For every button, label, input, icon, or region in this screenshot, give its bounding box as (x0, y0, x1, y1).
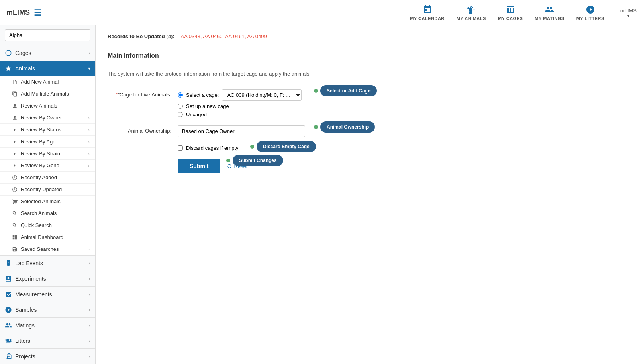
sidebar-saved-searches-label: Saved Searches (21, 246, 59, 252)
cage-label-text: *Cage for Live Animals: (118, 92, 171, 98)
sidebar-matings-label: Matings (15, 322, 35, 329)
brand: mLIMS ☰ (6, 8, 70, 18)
sidebar-cages-label: Cages (15, 50, 31, 56)
nav-my-cages[interactable]: MY CAGES (498, 5, 523, 21)
sidebar-review-by-status-label: Review By Status (21, 127, 61, 133)
submit-button[interactable]: Submit (178, 159, 220, 173)
clock2-icon (12, 187, 18, 192)
sidebar-samples-header[interactable]: Samples ‹ (0, 302, 95, 317)
nav-my-animals[interactable]: MY ANIMALS (457, 5, 486, 21)
sidebar-section-lab-events: Lab Events ‹ (0, 256, 95, 271)
ownership-connector-dot (313, 124, 319, 130)
ownership-input[interactable] (178, 125, 305, 137)
cage-radio-select-input[interactable] (178, 92, 183, 98)
chevron-right-saved-icon: › (88, 247, 90, 252)
sidebar-item-add-new-animal[interactable]: Add New Animal (0, 76, 95, 88)
sidebar-item-recently-added[interactable]: Recently Added (0, 172, 95, 184)
cage-radio-new-input[interactable] (178, 104, 183, 109)
doc-icon (12, 79, 18, 85)
status-icon (12, 127, 18, 133)
sidebar-add-multiple-label: Add Multiple Animals (21, 91, 69, 97)
gene-icon (12, 163, 18, 168)
top-nav: mLIMS ☰ MY CALENDAR MY ANIMALS MY CAGES (0, 0, 643, 25)
nav-mlims-arrow: ▾ (627, 14, 629, 18)
sidebar-item-search-animals[interactable]: Search Animals (0, 207, 95, 219)
chevron-right-gene-icon: › (88, 163, 90, 168)
discard-checkbox[interactable] (178, 145, 183, 151)
clock-icon (12, 175, 18, 180)
sidebar-projects-header[interactable]: Projects ‹ (0, 349, 95, 364)
strain-icon (12, 151, 18, 157)
nav-my-cages-label: MY CAGES (498, 16, 523, 21)
sidebar-item-animal-dashboard[interactable]: Animal Dashboard (0, 231, 95, 243)
sidebar-item-review-by-strain[interactable]: Review By Strain › (0, 148, 95, 160)
nav-my-calendar[interactable]: MY CALENDAR (410, 5, 445, 21)
cages-icon (506, 5, 515, 14)
sidebar-item-quick-search[interactable]: Quick Search (0, 219, 95, 231)
sidebar-projects-label: Projects (15, 353, 35, 360)
lab-events-chevron: ‹ (89, 260, 90, 266)
records-values: AA 0343, AA 0460, AA 0461, AA 0499 (181, 33, 267, 39)
sidebar-selected-animals-label: Selected Animals (21, 198, 61, 204)
ownership-controls: Animal Ownership (178, 125, 305, 137)
cage-radio-new-label: Set up a new cage (186, 103, 229, 109)
animals-icon (467, 5, 476, 14)
search-input[interactable] (5, 29, 90, 41)
sidebar-section-cages: Cages ‹ (0, 45, 95, 61)
sidebar-section-cages-header[interactable]: Cages ‹ (0, 45, 95, 61)
sidebar-section-measurements: Measurements ‹ (0, 287, 95, 302)
person-icon (12, 103, 18, 109)
submit-connector-dot (225, 158, 231, 163)
projects-icon (5, 353, 12, 360)
submit-tooltip-container: Submit Changes (225, 155, 283, 166)
sidebar-section-litters: Litters ‹ (0, 333, 95, 349)
cage-radio-uncaged-input[interactable] (178, 112, 183, 117)
matings-chevron: ‹ (89, 323, 90, 328)
sidebar-item-saved-searches[interactable]: Saved Searches › (0, 243, 95, 255)
samples-icon (5, 306, 12, 313)
sidebar-review-by-owner-label: Review By Owner (21, 115, 62, 121)
cage-tooltip-container: Select or Add Cage (313, 85, 377, 96)
sidebar-item-review-animals[interactable]: Review Animals (0, 100, 95, 112)
sidebar-section-animals: Animals ▾ Add New Animal Add Multiple An… (0, 61, 95, 256)
sidebar-experiments-header[interactable]: Experiments ‹ (0, 271, 95, 286)
quick-search-icon (12, 223, 18, 228)
sidebar-section-animals-header[interactable]: Animals ▾ (0, 61, 95, 76)
dashboard-icon (12, 235, 18, 240)
litters2-icon (5, 337, 12, 344)
sidebar-matings-header[interactable]: Matings ‹ (0, 318, 95, 333)
sidebar-section-matings: Matings ‹ (0, 318, 95, 333)
sidebar-item-review-by-gene[interactable]: Review By Gene › (0, 160, 95, 172)
sidebar-item-recently-updated[interactable]: Recently Updated (0, 184, 95, 196)
sidebar-litters-header[interactable]: Litters ‹ (0, 333, 95, 348)
nav-mlims-dropdown[interactable]: mLIMS ▾ (620, 8, 637, 18)
sidebar-measurements-header[interactable]: Measurements ‹ (0, 287, 95, 302)
nav-my-calendar-label: MY CALENDAR (410, 16, 445, 21)
sidebar-review-by-strain-label: Review By Strain (21, 151, 60, 157)
sidebar-review-by-age-label: Review By Age (21, 139, 55, 145)
sidebar-item-selected-animals[interactable]: Selected Animals (0, 196, 95, 207)
sidebar-lab-events-header[interactable]: Lab Events ‹ (0, 256, 95, 271)
top-nav-items: MY CALENDAR MY ANIMALS MY CAGES MY MATIN… (410, 5, 637, 21)
measurements-chevron: ‹ (89, 292, 90, 297)
sidebar-item-review-by-age[interactable]: Review By Age › (0, 136, 95, 148)
cage-controls: Select a cage: AC 009 (Holding/M: 0, F: … (178, 89, 302, 117)
litters-icon (586, 5, 595, 14)
cage-form-row: **Cage for Live Animals: Select a cage: … (108, 89, 631, 117)
sidebar-measurements-label: Measurements (15, 291, 52, 297)
cage-select-dropdown[interactable]: AC 009 (Holding/M: 0, F: ... (222, 89, 302, 101)
layout: Cages ‹ Animals ▾ Add New Animal A (0, 25, 643, 364)
cart-icon (12, 199, 18, 204)
sidebar-item-add-multiple-animals[interactable]: Add Multiple Animals (0, 88, 95, 100)
cage-tooltip: Select or Add Cage (320, 85, 377, 96)
ownership-form-row: Animal Ownership: Animal Ownership (108, 125, 631, 137)
sidebar-item-review-by-status[interactable]: Review By Status › (0, 124, 95, 136)
hamburger-icon[interactable]: ☰ (34, 8, 41, 18)
nav-my-matings[interactable]: MY MATINGS (535, 5, 564, 21)
nav-my-animals-label: MY ANIMALS (457, 16, 486, 21)
nav-my-litters[interactable]: MY LITTERS (576, 5, 604, 21)
sidebar-lab-events-label: Lab Events (15, 260, 43, 266)
cage-label: **Cage for Live Animals: (108, 89, 171, 98)
chevron-right-status-icon: › (88, 127, 90, 132)
sidebar-item-review-by-owner[interactable]: Review By Owner › (0, 112, 95, 124)
